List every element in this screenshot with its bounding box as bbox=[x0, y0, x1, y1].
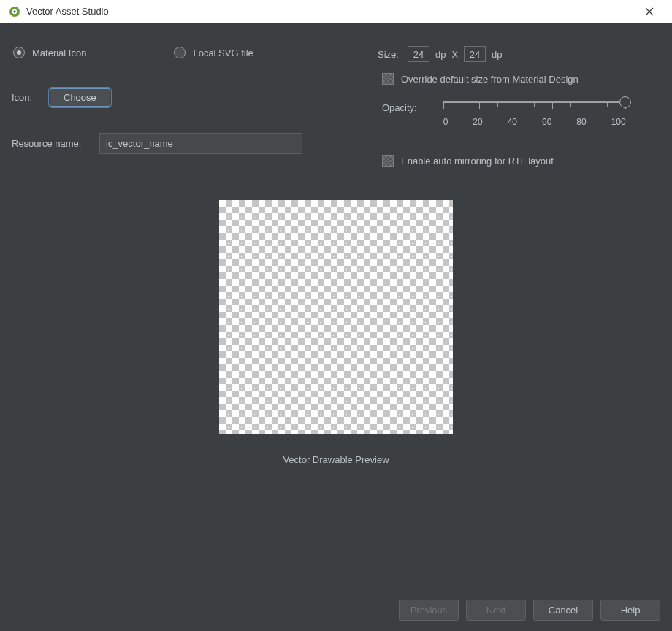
preview-canvas bbox=[219, 200, 453, 434]
rtl-mirroring-label: Enable auto mirroring for RTL layout bbox=[401, 156, 554, 167]
choose-button[interactable]: Choose bbox=[50, 88, 110, 107]
radio-unselected-icon bbox=[174, 47, 186, 58]
slider-ticks bbox=[443, 103, 626, 109]
rtl-mirroring-checkbox[interactable]: Enable auto mirroring for RTL layout bbox=[378, 155, 665, 167]
radio-selected-icon bbox=[13, 47, 25, 58]
size-label: Size: bbox=[378, 49, 399, 60]
icon-label: Icon: bbox=[12, 92, 50, 103]
opacity-slider[interactable]: 0 20 40 60 80 100 bbox=[443, 99, 626, 127]
help-button[interactable]: Help bbox=[600, 600, 660, 621]
size-dp2-label: dp bbox=[492, 49, 502, 60]
slider-labels: 0 20 40 60 80 100 bbox=[443, 117, 626, 127]
checkbox-icon bbox=[382, 73, 394, 85]
slider-thumb[interactable] bbox=[619, 96, 631, 108]
checkbox-icon bbox=[382, 155, 394, 167]
size-x-label: X bbox=[451, 49, 458, 60]
next-button[interactable]: Next bbox=[466, 600, 526, 621]
close-icon bbox=[645, 7, 654, 16]
opacity-label: Opacity: bbox=[382, 99, 417, 113]
override-size-label: Override default size from Material Desi… bbox=[401, 74, 579, 85]
resource-name-label: Resource name: bbox=[12, 138, 99, 149]
preview-caption: Vector Drawable Preview bbox=[283, 454, 389, 465]
titlebar: Vector Asset Studio bbox=[0, 0, 672, 23]
window-close-button[interactable] bbox=[635, 0, 663, 23]
resource-name-input[interactable] bbox=[99, 133, 302, 154]
svg-point-2 bbox=[13, 10, 15, 12]
size-height-input[interactable]: 24 bbox=[464, 46, 486, 62]
radio-local-svg[interactable]: Local SVG file bbox=[174, 47, 253, 58]
radio-local-svg-label: Local SVG file bbox=[193, 47, 253, 58]
window-title: Vector Asset Studio bbox=[26, 6, 109, 17]
radio-material-icon-label: Material Icon bbox=[32, 47, 86, 58]
size-width-input[interactable]: 24 bbox=[408, 46, 429, 62]
override-size-checkbox[interactable]: Override default size from Material Desi… bbox=[378, 73, 665, 85]
android-studio-icon bbox=[9, 6, 20, 18]
size-dp1-label: dp bbox=[435, 49, 446, 60]
radio-material-icon[interactable]: Material Icon bbox=[13, 47, 86, 58]
cancel-button[interactable]: Cancel bbox=[533, 600, 593, 621]
previous-button[interactable]: Previous bbox=[399, 600, 459, 621]
